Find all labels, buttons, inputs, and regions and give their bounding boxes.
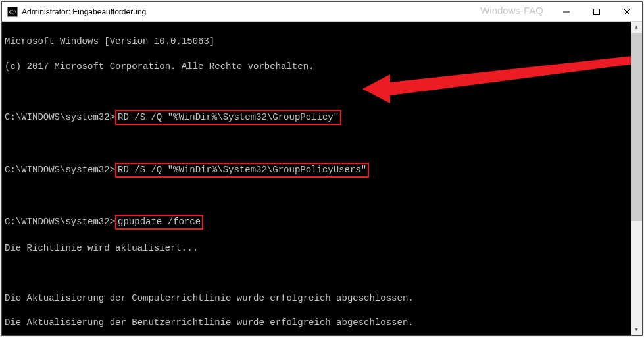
scroll-down-icon[interactable]: ▼ bbox=[631, 324, 642, 335]
output-line: Die Richtlinie wird aktualisiert... bbox=[5, 242, 639, 255]
window-title: Administrator: Eingabeaufforderung bbox=[22, 7, 551, 16]
svg-text:C:\: C:\ bbox=[9, 9, 17, 15]
command-3: gpupdate /force bbox=[115, 215, 203, 230]
vertical-scrollbar[interactable]: ▲ ▼ bbox=[631, 22, 642, 335]
output-line: Die Aktualisierung der Benutzerrichtlini… bbox=[5, 317, 639, 329]
window-controls bbox=[551, 2, 642, 21]
copyright-line: (c) 2017 Microsoft Corporation. Alle Rec… bbox=[5, 61, 639, 73]
version-line: Microsoft Windows [Version 10.0.15063] bbox=[5, 36, 639, 48]
command-2: RD /S /Q "%WinDir%\System32\GroupPolicyU… bbox=[115, 163, 369, 178]
scrollbar-thumb[interactable] bbox=[631, 33, 642, 221]
cmd-icon: C:\ bbox=[7, 7, 18, 17]
command-1: RD /S /Q "%WinDir%\System32\GroupPolicy" bbox=[115, 110, 341, 125]
titlebar[interactable]: C:\ Administrator: Eingabeaufforderung W… bbox=[2, 2, 642, 22]
output-line: Die Aktualisierung der Computerrichtlini… bbox=[5, 292, 639, 305]
prompt: C:\WINDOWS\system32> bbox=[5, 217, 115, 227]
maximize-button[interactable] bbox=[582, 2, 612, 21]
minimize-button[interactable] bbox=[551, 2, 582, 21]
close-button[interactable] bbox=[612, 2, 642, 21]
prompt: C:\WINDOWS\system32> bbox=[5, 165, 115, 175]
terminal-output[interactable]: Microsoft Windows [Version 10.0.15063] (… bbox=[2, 22, 642, 335]
prompt: C:\WINDOWS\system32> bbox=[5, 112, 115, 122]
command-prompt-window: C:\ Administrator: Eingabeaufforderung W… bbox=[1, 1, 643, 336]
watermark-text: Windows-FAQ bbox=[480, 5, 543, 16]
scroll-up-icon[interactable]: ▲ bbox=[631, 22, 642, 33]
svg-rect-4 bbox=[594, 9, 600, 14]
